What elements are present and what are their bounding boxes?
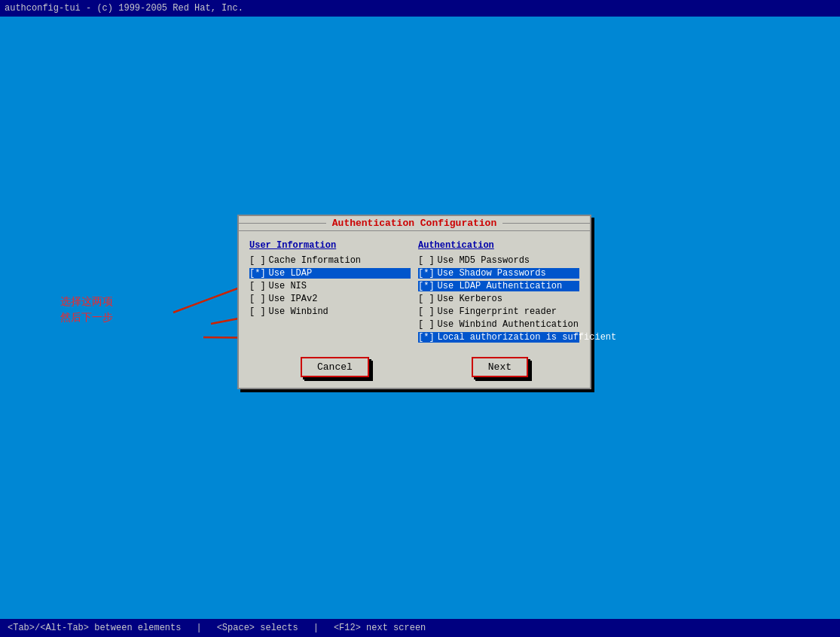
user-info-column: User Information [ ] Cache Information[*…	[249, 240, 411, 345]
auth-option-5[interactable]: [ ] Use Winbind Authentication	[418, 319, 579, 330]
checkbox-ui: [ ]	[249, 281, 266, 291]
option-label: Local authorization is sufficient	[438, 332, 617, 343]
auth-option-6[interactable]: [*] Local authorization is sufficient	[418, 332, 579, 343]
dialog-title-bar: Authentication Configuration	[239, 216, 590, 231]
cancel-button[interactable]: Cancel	[301, 357, 369, 377]
user-info-option-0[interactable]: [ ] Cache Information	[249, 255, 411, 266]
cancel-btn-wrapper: Cancel	[301, 357, 369, 377]
checkbox-ui: [ ]	[418, 294, 435, 304]
dialog-body: User Information [ ] Cache Information[*…	[239, 231, 590, 388]
checkbox-ui: [ ]	[249, 294, 266, 304]
auth-header: Authentication	[418, 240, 579, 251]
bottom-hint1: <Tab>/<Alt-Tab> between elements	[8, 623, 181, 633]
auth-option-3[interactable]: [ ] Use Kerberos	[418, 294, 579, 304]
checkbox-ui: [*]	[418, 268, 435, 279]
option-label: Use IPAv2	[269, 294, 318, 304]
auth-option-1[interactable]: [*] Use Shadow Passwords	[418, 268, 579, 279]
bottom-hint2: <Space> selects	[217, 623, 298, 633]
checkbox-ui: [*]	[418, 332, 435, 343]
option-label: Use Fingerprint reader	[438, 306, 557, 317]
user-info-option-2[interactable]: [ ] Use NIS	[249, 281, 411, 291]
auth-option-2[interactable]: [*] Use LDAP Authentication	[418, 281, 579, 291]
bottom-sep2: |	[313, 623, 319, 633]
user-info-option-1[interactable]: [*] Use LDAP	[249, 268, 411, 279]
bottom-bar: <Tab>/<Alt-Tab> between elements | <Spac…	[0, 619, 840, 637]
option-label: Use Kerberos	[438, 294, 502, 304]
checkbox-ui: [*]	[249, 268, 266, 279]
checkbox-ui: [ ]	[418, 319, 435, 330]
checkbox-ui: [ ]	[418, 306, 435, 317]
option-label: Use MD5 Passwords	[438, 255, 530, 266]
option-label: Cache Information	[269, 255, 361, 266]
annotation-line2: 然后下一步	[60, 309, 113, 325]
user-info-option-4[interactable]: [ ] Use Winbind	[249, 306, 411, 317]
annotation: 选择这两项 然后下一步	[60, 294, 113, 325]
next-btn-wrapper: Next	[472, 357, 528, 377]
bottom-hint3: <F12> next screen	[334, 623, 426, 633]
dialog-title: Authentication Configuration	[326, 218, 502, 229]
auth-option-0[interactable]: [ ] Use MD5 Passwords	[418, 255, 579, 266]
top-bar-text: authconfig-tui - (c) 1999-2005 Red Hat, …	[5, 3, 243, 14]
dialog: Authentication Configuration User Inform…	[237, 215, 591, 389]
auth-option-4[interactable]: [ ] Use Fingerprint reader	[418, 306, 579, 317]
dialog-buttons: Cancel Next	[249, 357, 579, 377]
checkbox-ui: [ ]	[249, 255, 266, 266]
option-label: Use Shadow Passwords	[438, 268, 546, 279]
annotation-line1: 选择这两项	[60, 294, 113, 309]
auth-column: Authentication [ ] Use MD5 Passwords[*] …	[418, 240, 579, 345]
option-label: Use Winbind Authentication	[438, 319, 579, 330]
auth-options: [ ] Use MD5 Passwords[*] Use Shadow Pass…	[418, 255, 579, 343]
option-label: Use LDAP Authentication	[438, 281, 563, 291]
option-label: Use LDAP	[269, 268, 313, 279]
dialog-columns: User Information [ ] Cache Information[*…	[249, 240, 579, 345]
user-info-header: User Information	[249, 240, 411, 251]
bottom-sep1: |	[196, 623, 201, 633]
option-label: Use NIS	[269, 281, 307, 291]
checkbox-ui: [ ]	[249, 306, 266, 317]
user-info-option-3[interactable]: [ ] Use IPAv2	[249, 294, 411, 304]
user-info-options: [ ] Cache Information[*] Use LDAP[ ] Use…	[249, 255, 411, 317]
checkbox-ui: [*]	[418, 281, 435, 291]
checkbox-ui: [ ]	[418, 255, 435, 266]
next-button[interactable]: Next	[472, 357, 528, 377]
option-label: Use Winbind	[269, 306, 328, 317]
top-bar: authconfig-tui - (c) 1999-2005 Red Hat, …	[0, 0, 840, 17]
